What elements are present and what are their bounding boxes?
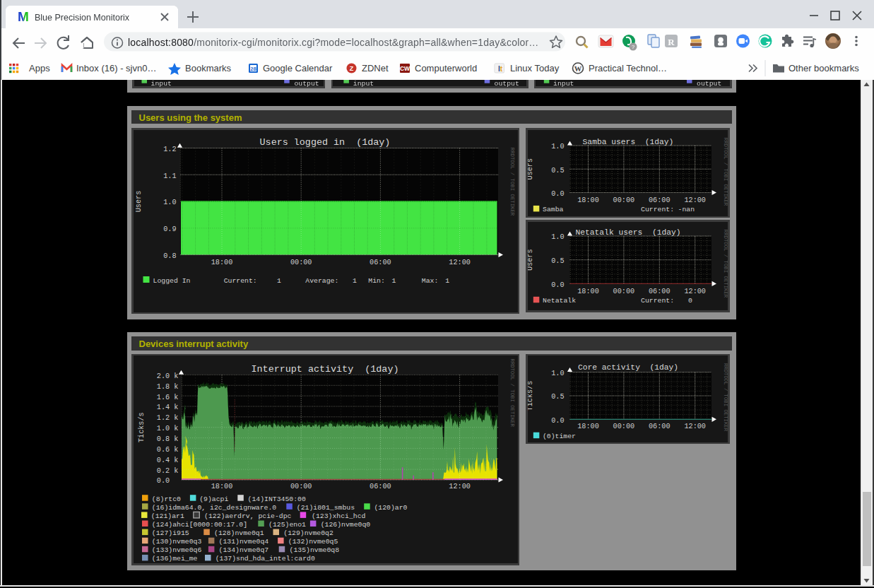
svg-text:(133)nvme0q6: (133)nvme0q6 xyxy=(152,546,202,554)
svg-text:RRDTOOL / TOBI OETIKER: RRDTOOL / TOBI OETIKER xyxy=(509,147,515,216)
svg-text:06:00: 06:00 xyxy=(649,196,671,204)
svg-text:0.5: 0.5 xyxy=(551,257,564,265)
svg-text:(134)nvme0q7: (134)nvme0q7 xyxy=(219,546,269,554)
svg-text:Other bookmarks: Other bookmarks xyxy=(789,63,859,74)
svg-text:output: output xyxy=(294,80,319,88)
svg-text:1: 1 xyxy=(392,276,396,284)
svg-text:-nan: -nan xyxy=(678,206,695,213)
svg-text:00:00: 00:00 xyxy=(613,423,635,431)
svg-text:1.0 k: 1.0 k xyxy=(157,425,179,433)
svg-text:ZDNet: ZDNet xyxy=(362,63,389,74)
svg-text:1.0: 1.0 xyxy=(163,199,176,206)
svg-text:1.4 k: 1.4 k xyxy=(157,404,179,412)
svg-text:Users: Users xyxy=(528,249,535,271)
svg-text:12:00: 12:00 xyxy=(684,288,706,295)
svg-text:0.0: 0.0 xyxy=(157,478,170,486)
svg-text:1.0: 1.0 xyxy=(551,143,564,151)
svg-text:28: 28 xyxy=(250,66,256,72)
svg-text:Current:: Current: xyxy=(641,297,674,305)
svg-text:(126)nvme0q0: (126)nvme0q0 xyxy=(321,521,371,529)
svg-text:Bookmarks: Bookmarks xyxy=(185,63,232,74)
svg-text:0.0: 0.0 xyxy=(551,281,564,289)
svg-text:00:00: 00:00 xyxy=(290,483,312,490)
svg-text:input: input xyxy=(151,80,172,88)
svg-text:12:00: 12:00 xyxy=(449,483,471,490)
svg-text:(128)nvme0q1: (128)nvme0q1 xyxy=(214,529,264,537)
svg-text:(129)nvme0q2: (129)nvme0q2 xyxy=(283,529,333,537)
svg-text:Current:: Current: xyxy=(641,206,674,213)
svg-text:Practical Technol…: Practical Technol… xyxy=(589,63,667,74)
svg-text:W: W xyxy=(574,65,582,73)
svg-text:1.1: 1.1 xyxy=(163,172,176,180)
svg-text:06:00: 06:00 xyxy=(649,288,671,295)
svg-text:00:00: 00:00 xyxy=(613,288,635,295)
svg-text:Ticks/s: Ticks/s xyxy=(138,413,146,443)
svg-text:0.9: 0.9 xyxy=(163,225,176,233)
svg-text:Users logged in (1day): Users logged in (1day) xyxy=(260,137,391,148)
svg-text:(127)i915: (127)i915 xyxy=(152,529,189,537)
svg-text:RRDTOOL / TOBI OETIKER: RRDTOOL / TOBI OETIKER xyxy=(509,359,515,428)
svg-text:0.4 k: 0.4 k xyxy=(157,457,179,464)
svg-text:(14)INT3450:00: (14)INT3450:00 xyxy=(248,495,306,503)
svg-text:(132)nvme0q5: (132)nvme0q5 xyxy=(288,538,338,546)
svg-text:1.2: 1.2 xyxy=(163,145,176,153)
svg-text:(123)xhci_hcd: (123)xhci_hcd xyxy=(312,512,366,520)
svg-text:06:00: 06:00 xyxy=(370,259,391,266)
svg-text:Current:: Current: xyxy=(224,276,257,284)
svg-text:18:00: 18:00 xyxy=(577,196,599,204)
svg-text:/monitorix-cgi/monitorix.cgi?m: /monitorix-cgi/monitorix.cgi?mode=localh… xyxy=(194,37,538,48)
svg-text:(121)ar1: (121)ar1 xyxy=(151,512,184,520)
svg-text:Users: Users xyxy=(528,158,535,180)
svg-text:06:00: 06:00 xyxy=(649,423,671,431)
svg-text:(9)acpi: (9)acpi xyxy=(199,495,228,503)
svg-text:0.0: 0.0 xyxy=(551,417,564,425)
svg-text:(8)rtc0: (8)rtc0 xyxy=(152,495,181,503)
svg-text:output: output xyxy=(697,80,721,88)
svg-text:12:00: 12:00 xyxy=(449,259,471,266)
svg-text:0.8 k: 0.8 k xyxy=(157,435,179,443)
svg-text:Netatalk: Netatalk xyxy=(543,297,576,305)
svg-text:RRDTOOL / TOBI OETIKER: RRDTOOL / TOBI OETIKER xyxy=(723,363,728,432)
svg-text:Samba users (1day): Samba users (1day) xyxy=(583,138,674,146)
svg-text:RRDTOOL / TOBI OETIKER: RRDTOOL / TOBI OETIKER xyxy=(723,138,728,206)
svg-text:1.6 k: 1.6 k xyxy=(157,394,179,401)
svg-text:0.6 k: 0.6 k xyxy=(157,446,179,454)
svg-text:Samba: Samba xyxy=(543,206,564,213)
svg-text:RRDTOOL / TOBI OETIKER: RRDTOOL / TOBI OETIKER xyxy=(723,230,728,298)
svg-text:18:00: 18:00 xyxy=(577,423,599,431)
svg-text:(120)ar0: (120)ar0 xyxy=(374,504,407,512)
svg-text:18:00: 18:00 xyxy=(211,259,233,266)
svg-text:CW: CW xyxy=(400,65,411,72)
svg-text:Average:: Average: xyxy=(305,276,338,284)
svg-text:output: output xyxy=(495,80,519,88)
svg-text:18:00: 18:00 xyxy=(211,483,233,490)
svg-text:1.0: 1.0 xyxy=(551,370,564,377)
svg-text:0: 0 xyxy=(688,297,692,305)
svg-text:Computerworld: Computerworld xyxy=(415,63,477,74)
svg-text:R: R xyxy=(668,37,675,47)
svg-text:Max:: Max: xyxy=(422,276,439,284)
svg-text:Netatalk users (1day): Netatalk users (1day) xyxy=(575,228,680,237)
svg-text:(122)aerdrv, pcie-dpc: (122)aerdrv, pcie-dpc xyxy=(204,512,292,520)
svg-text:1: 1 xyxy=(445,276,449,284)
svg-text:(21)i801_smbus: (21)i801_smbus xyxy=(297,504,355,512)
svg-text:Google Calendar: Google Calendar xyxy=(263,63,333,74)
svg-text:0.8: 0.8 xyxy=(163,252,176,259)
svg-text:0.0: 0.0 xyxy=(551,190,564,198)
svg-text:(137)snd_hda_intel:card0: (137)snd_hda_intel:card0 xyxy=(215,555,315,563)
svg-text:12:00: 12:00 xyxy=(684,423,706,431)
svg-text:1: 1 xyxy=(277,276,281,284)
svg-text:Ticks/s: Ticks/s xyxy=(528,381,535,411)
svg-text:12:00: 12:00 xyxy=(684,196,706,204)
svg-text:1: 1 xyxy=(353,276,357,284)
svg-text:Linux Today: Linux Today xyxy=(510,63,560,74)
svg-text:18:00: 18:00 xyxy=(577,288,599,295)
svg-text:0.5: 0.5 xyxy=(551,167,564,175)
svg-text:(125)eno1: (125)eno1 xyxy=(268,521,306,529)
svg-text:06:00: 06:00 xyxy=(370,483,391,490)
svg-text:(0)timer: (0)timer xyxy=(543,433,576,440)
svg-text:1.0: 1.0 xyxy=(551,233,564,241)
svg-text:00:00: 00:00 xyxy=(613,196,635,204)
svg-text:input: input xyxy=(353,80,374,88)
svg-text:Core activity (1day): Core activity (1day) xyxy=(578,363,678,372)
